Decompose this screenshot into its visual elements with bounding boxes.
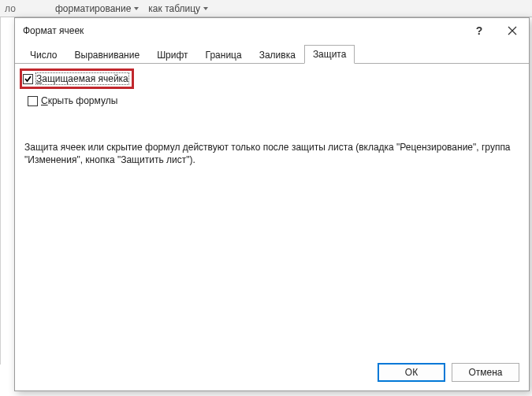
close-button[interactable] [496, 18, 529, 43]
ribbon-dropdown-as-table[interactable]: как таблицу [148, 3, 208, 14]
annotation-highlight: Защищаемая ячейка [20, 68, 134, 89]
tab-number[interactable]: Число [21, 46, 66, 64]
sheet-left-edge [0, 17, 14, 365]
tab-label: Заливка [259, 50, 296, 61]
ribbon-fragment: ло форматирование как таблицу [0, 0, 532, 17]
protection-tabpage: Защищаемая ячейка Скрыть формулы Защита … [15, 64, 529, 354]
checkmark-icon [24, 75, 32, 83]
caret-down-icon [134, 7, 139, 10]
tab-label: Защита [313, 49, 347, 60]
ribbon-trunc-left: ло [5, 3, 16, 14]
help-button[interactable]: ? [463, 18, 496, 43]
tab-label: Граница [206, 50, 242, 61]
tab-alignment[interactable]: Выравнивание [66, 46, 149, 64]
tabstrip: Число Выравнивание Шрифт Граница Заливка… [15, 43, 529, 64]
tab-protection[interactable]: Защита [304, 45, 355, 64]
tab-border[interactable]: Граница [197, 46, 251, 64]
ribbon-label-as-table: как таблицу [148, 3, 200, 14]
tab-fill[interactable]: Заливка [251, 46, 304, 64]
close-icon [508, 26, 517, 35]
hidden-checkbox[interactable] [28, 96, 38, 106]
dialog-titlebar: Формат ячеек ? [15, 18, 529, 43]
locked-checkbox[interactable] [23, 74, 33, 84]
dialog-title: Формат ячеек [23, 25, 463, 36]
tab-label: Число [30, 50, 58, 61]
locked-checkbox-label[interactable]: Защищаемая ячейка [36, 73, 128, 84]
tab-label: Шрифт [157, 50, 188, 61]
dialog-footer: ОК Отмена [15, 354, 529, 390]
hidden-checkbox-label[interactable]: Скрыть формулы [41, 95, 117, 106]
protection-description: Защита ячеек или скрытие формул действую… [23, 141, 521, 166]
cancel-button[interactable]: Отмена [452, 363, 519, 382]
ribbon-dropdown-formatting[interactable]: форматирование [55, 3, 139, 14]
ribbon-label-formatting: форматирование [55, 3, 131, 14]
tab-label: Выравнивание [75, 50, 140, 61]
tab-font[interactable]: Шрифт [148, 46, 196, 64]
format-cells-dialog: Формат ячеек ? Число Выравнивание Шрифт … [14, 17, 530, 391]
caret-down-icon [203, 7, 208, 10]
ok-button[interactable]: ОК [378, 363, 445, 382]
